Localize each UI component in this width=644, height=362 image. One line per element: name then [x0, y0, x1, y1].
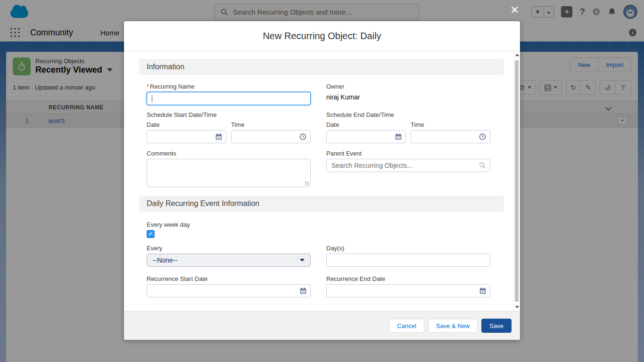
- scrollbar-thumb[interactable]: [515, 60, 519, 302]
- modal-header: New Recurring Object: Daily: [124, 21, 520, 51]
- save-button[interactable]: Save: [481, 319, 512, 333]
- section-daily: Daily Recurring Event Information: [139, 196, 504, 212]
- modal-close-icon[interactable]: ✕: [510, 5, 519, 16]
- end-time-label: Time: [411, 121, 490, 128]
- comments-label: Comments: [147, 150, 311, 157]
- every-week-day-checkbox[interactable]: ✓: [147, 230, 155, 238]
- recurring-name-label: *Recurring Name: [147, 83, 311, 90]
- section-information: Information: [139, 59, 504, 75]
- calendar-icon[interactable]: [300, 288, 306, 294]
- select-caret-icon: [300, 259, 305, 262]
- text-cursor: [152, 95, 152, 102]
- resize-handle[interactable]: [305, 181, 309, 186]
- recurrence-end-date-input[interactable]: [326, 284, 490, 297]
- recurring-name-input[interactable]: [147, 92, 311, 105]
- parent-event-label: Parent Event: [326, 150, 490, 157]
- parent-event-input[interactable]: [331, 162, 485, 169]
- clock-icon[interactable]: [479, 133, 486, 140]
- every-select-value: --None--: [153, 256, 177, 264]
- schedule-start-label: Schedule Start Date/Time: [147, 111, 311, 118]
- owner-label: Owner: [326, 83, 490, 90]
- start-date-label: Date: [147, 121, 226, 128]
- recurrence-start-label: Recurrence Start Date: [147, 275, 311, 282]
- every-label: Every: [147, 245, 311, 252]
- calendar-icon[interactable]: [215, 133, 222, 140]
- calendar-icon[interactable]: [395, 133, 402, 140]
- modal-title: New Recurring Object: Daily: [263, 31, 381, 41]
- new-recurring-object-modal: New Recurring Object: Daily Information …: [124, 21, 520, 340]
- cancel-button[interactable]: Cancel: [389, 319, 424, 333]
- parent-event-lookup[interactable]: [326, 159, 490, 172]
- owner-value: niraj Kumar: [326, 93, 490, 101]
- modal-body: Information *Recurring Name Owner niraj …: [124, 51, 520, 311]
- schedule-end-label: Schedule End Date/Time: [326, 111, 490, 118]
- clock-icon[interactable]: [299, 133, 306, 140]
- end-date-label: Date: [326, 121, 406, 128]
- start-time-label: Time: [231, 121, 311, 128]
- recurrence-end-label: Recurrence End Date: [326, 275, 490, 282]
- days-input[interactable]: [326, 254, 490, 267]
- scrollbar-up-arrow[interactable]: [514, 51, 520, 59]
- every-select[interactable]: --None--: [147, 254, 311, 267]
- days-label: Day(s): [326, 245, 490, 252]
- every-week-day-label: Every week day: [147, 221, 496, 228]
- schedule-end-time-input[interactable]: [411, 130, 490, 143]
- modal-scrollbar[interactable]: [513, 51, 520, 311]
- schedule-start-date-input[interactable]: [147, 130, 226, 143]
- scrollbar-down-arrow[interactable]: [514, 303, 520, 311]
- calendar-icon[interactable]: [479, 288, 486, 294]
- schedule-end-date-input[interactable]: [326, 130, 406, 143]
- comments-textarea[interactable]: [147, 159, 311, 187]
- recurrence-start-date-input[interactable]: [147, 284, 311, 297]
- schedule-start-time-input[interactable]: [231, 130, 311, 143]
- modal-footer: Cancel Save & New Save: [124, 311, 520, 340]
- save-and-new-button[interactable]: Save & New: [428, 319, 478, 333]
- screen: ★ + ? ⚙ Community Home i: [0, 0, 644, 362]
- search-icon: [479, 162, 486, 169]
- required-asterisk: *: [147, 83, 149, 90]
